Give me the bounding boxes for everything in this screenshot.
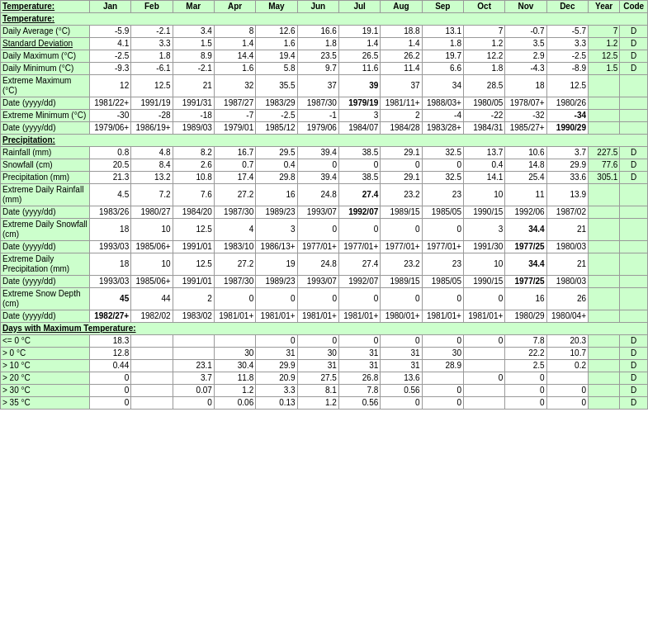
data-cell: 0 bbox=[297, 335, 338, 348]
table-row: Extreme Daily Rainfall (mm)4.57.27.627.2… bbox=[1, 184, 648, 206]
data-cell: D bbox=[620, 159, 648, 172]
data-cell: 16 bbox=[505, 288, 546, 310]
data-cell: 28.5 bbox=[463, 75, 504, 97]
col-may: May bbox=[256, 1, 297, 13]
data-cell: 14.8 bbox=[505, 159, 546, 172]
data-cell bbox=[589, 372, 620, 385]
data-cell: 1989/23 bbox=[256, 276, 297, 288]
data-cell: 3.5 bbox=[505, 38, 546, 50]
data-cell bbox=[131, 372, 173, 385]
col-jul: Jul bbox=[338, 1, 380, 13]
data-cell: 7 bbox=[463, 26, 504, 38]
data-cell: 13.6 bbox=[381, 372, 422, 385]
data-cell: D bbox=[620, 26, 648, 38]
data-cell: 0 bbox=[422, 219, 463, 241]
table-row: Date (yyyy/dd)1993/031985/06+1991/011983… bbox=[1, 241, 648, 253]
data-cell: 0 bbox=[89, 372, 130, 385]
data-cell: 1.8 bbox=[463, 63, 504, 75]
data-cell bbox=[589, 397, 620, 410]
row-label: Daily Average (°C) bbox=[1, 26, 90, 38]
data-cell bbox=[589, 360, 620, 372]
data-cell: 1985/05 bbox=[422, 206, 463, 219]
data-cell: 1.2 bbox=[463, 38, 504, 50]
data-cell: 32 bbox=[214, 75, 255, 97]
col-oct: Oct bbox=[463, 1, 504, 13]
data-cell: 0 bbox=[89, 385, 130, 397]
data-cell: 1.5 bbox=[589, 63, 620, 75]
data-cell: 1.8 bbox=[422, 38, 463, 50]
data-cell: 3.7 bbox=[173, 372, 214, 385]
data-cell: 1978/07+ bbox=[505, 97, 546, 110]
data-cell: 33.6 bbox=[546, 172, 588, 184]
data-cell bbox=[620, 184, 648, 206]
data-cell: 17.4 bbox=[214, 172, 255, 184]
data-cell: 24.8 bbox=[297, 184, 338, 206]
data-cell: 38.5 bbox=[338, 172, 380, 184]
data-cell: 12.8 bbox=[89, 348, 130, 360]
data-cell: 1981/01+ bbox=[256, 310, 297, 323]
data-cell: 1987/27 bbox=[214, 97, 255, 110]
data-cell: 12.6 bbox=[256, 26, 297, 38]
data-cell: 4 bbox=[214, 219, 255, 241]
data-cell: -8.9 bbox=[546, 63, 588, 75]
data-cell bbox=[620, 253, 648, 276]
data-cell: 0 bbox=[422, 335, 463, 348]
data-cell: 1986/13+ bbox=[256, 241, 297, 253]
data-cell: 7.8 bbox=[505, 335, 546, 348]
row-label: > 10 °C bbox=[1, 360, 90, 372]
data-cell: 1987/30 bbox=[214, 276, 255, 288]
section-header-row: Temperature: bbox=[1, 13, 648, 26]
data-cell: 2.6 bbox=[173, 159, 214, 172]
data-cell: 13.1 bbox=[422, 26, 463, 38]
data-cell: 18 bbox=[89, 253, 130, 276]
data-cell: 11 bbox=[505, 184, 546, 206]
data-cell: 31 bbox=[381, 360, 422, 372]
data-cell: 21 bbox=[546, 219, 588, 241]
table-row: > 35 °C000.060.131.20.560000D bbox=[1, 397, 648, 410]
data-cell bbox=[589, 241, 620, 253]
data-cell: 0 bbox=[173, 397, 214, 410]
data-cell: 0 bbox=[381, 159, 422, 172]
row-label: Daily Maximum (°C) bbox=[1, 50, 90, 63]
data-cell bbox=[620, 122, 648, 135]
data-cell: 11.4 bbox=[381, 63, 422, 75]
row-label: Date (yyyy/dd) bbox=[1, 276, 90, 288]
data-cell: 30.4 bbox=[214, 360, 255, 372]
data-cell: 23.5 bbox=[297, 50, 338, 63]
data-cell: 18 bbox=[89, 219, 130, 241]
data-cell: 1981/01+ bbox=[422, 310, 463, 323]
section-header: Precipitation: bbox=[1, 135, 648, 147]
data-cell: 29.1 bbox=[381, 172, 422, 184]
data-cell: 0 bbox=[256, 335, 297, 348]
data-cell: 8.4 bbox=[131, 159, 173, 172]
data-cell: D bbox=[620, 172, 648, 184]
data-cell: 1981/01+ bbox=[338, 310, 380, 323]
data-cell: -1 bbox=[297, 110, 338, 122]
data-cell: 1979/01 bbox=[214, 122, 255, 135]
data-cell: 27.2 bbox=[214, 253, 255, 276]
data-cell: -34 bbox=[546, 110, 588, 122]
data-cell: 27.5 bbox=[297, 372, 338, 385]
row-label: Extreme Snow Depth (cm) bbox=[1, 288, 90, 310]
data-cell: 21.3 bbox=[89, 172, 130, 184]
data-cell: 29.9 bbox=[546, 159, 588, 172]
data-cell: 0 bbox=[338, 288, 380, 310]
data-cell: -2.5 bbox=[546, 50, 588, 63]
data-cell bbox=[589, 219, 620, 241]
data-cell: -9.3 bbox=[89, 63, 130, 75]
data-cell: 1991/01 bbox=[173, 276, 214, 288]
data-cell: 1990/15 bbox=[463, 276, 504, 288]
data-cell: 1992/07 bbox=[338, 276, 380, 288]
data-cell: 1977/01+ bbox=[297, 241, 338, 253]
table-row: Daily Minimum (°C)-9.3-6.1-2.11.65.89.71… bbox=[1, 63, 648, 75]
data-cell: D bbox=[620, 385, 648, 397]
data-cell: 34.4 bbox=[505, 253, 546, 276]
data-cell: 24.8 bbox=[297, 253, 338, 276]
data-cell: 1984/20 bbox=[173, 206, 214, 219]
data-cell: 23 bbox=[422, 184, 463, 206]
data-cell: 29.8 bbox=[256, 172, 297, 184]
data-cell: 3.7 bbox=[546, 147, 588, 159]
table-row: Date (yyyy/dd)1979/06+1986/19+1989/03197… bbox=[1, 122, 648, 135]
data-cell: 23.1 bbox=[173, 360, 214, 372]
data-cell: 1982/02 bbox=[131, 310, 173, 323]
